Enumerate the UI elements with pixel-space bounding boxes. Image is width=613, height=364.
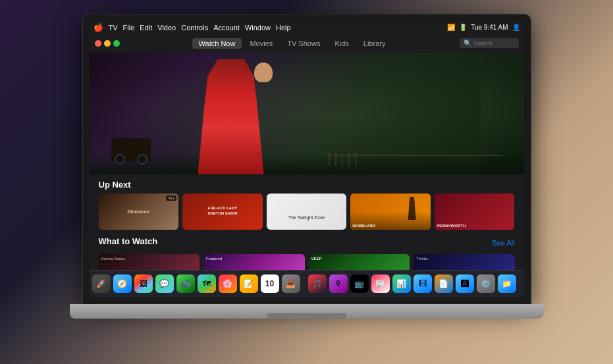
watch-card-3[interactable]: VEEP [309, 254, 410, 270]
menu-edit[interactable]: Edit [140, 24, 152, 32]
tab-watch-now[interactable]: Watch Now [192, 38, 242, 49]
menu-window[interactable]: Window [245, 24, 271, 32]
dock-apple-tv[interactable]: 📺 [350, 274, 369, 293]
screen-bezel: 🍎 TV File Edit Video Controls Account Wi… [83, 14, 531, 304]
what-to-watch-title: What to Watch [99, 236, 158, 246]
show-card-pennyworth[interactable]: PENNYWORTH [435, 194, 515, 230]
tab-library[interactable]: Library [357, 38, 392, 49]
dock-facetime[interactable]: 📹 [176, 274, 195, 293]
show-card-blacklady[interactable]: A BLACK LADYSKETCH SHOW [182, 194, 263, 230]
menu-controls[interactable]: Controls [181, 24, 208, 32]
menu-video[interactable]: Video [157, 24, 176, 32]
hero-figure-head [254, 63, 273, 82]
watch-card-4[interactable]: Thriller [413, 254, 515, 270]
dock-launchpad[interactable]: 🚀 [92, 274, 111, 293]
wifi-icon: 📶 [447, 24, 455, 31]
window-controls [95, 40, 120, 47]
what-to-watch-header: What to Watch See All [99, 236, 515, 250]
watch-row: Drama Series Featured VEEP Thriller [99, 254, 515, 270]
watch-card-2[interactable]: Featured [203, 254, 305, 270]
dock-keynote[interactable]: 🎞 [413, 274, 432, 293]
dock-maps[interactable]: 🗺 [198, 274, 216, 293]
tab-kids[interactable]: Kids [328, 38, 355, 49]
watch-card-1[interactable]: Drama Series [99, 254, 200, 270]
dock-extra[interactable]: 📥 [282, 274, 300, 293]
laptop: 🍎 TV File Edit Video Controls Account Wi… [57, 14, 557, 350]
hero-banner [90, 53, 524, 174]
show-card-dickinson[interactable]: Dickinson TV+ [99, 194, 179, 230]
title-bar: Watch Now Movies TV Shows Kids Library 🔍 [90, 34, 524, 53]
up-next-title: Up Next [99, 180, 515, 190]
search-input[interactable] [474, 40, 520, 47]
menu-file[interactable]: File [123, 24, 135, 32]
show-card-twilight[interactable]: The Twilight Zone [267, 194, 347, 230]
laptop-screen: 🍎 TV File Edit Video Controls Account Wi… [90, 21, 524, 298]
dock-system-preferences[interactable]: ⚙️ [477, 274, 495, 293]
menu-tv[interactable]: TV [109, 24, 118, 32]
content-area: Up Next Dickinson TV+ [90, 174, 524, 270]
apple-icon[interactable]: 🍎 [93, 23, 103, 32]
up-next-row: Dickinson TV+ A BLACK LADYSKETCH SHOW [99, 194, 515, 230]
tab-movies[interactable]: Movies [243, 38, 279, 49]
dock-safari[interactable]: 🧭 [113, 274, 132, 293]
menu-bar: 🍎 TV File Edit Video Controls Account Wi… [90, 21, 524, 34]
hero-fence [329, 155, 502, 165]
dock-numbers[interactable]: 📊 [392, 274, 411, 293]
laptop-base: MacBook Pro [70, 304, 544, 319]
minimize-button[interactable] [104, 40, 111, 47]
dock-folder[interactable]: 📁 [498, 274, 516, 293]
battery-icon: 🔋 [459, 24, 467, 31]
search-bar[interactable]: 🔍 [460, 38, 519, 48]
tab-tv-shows[interactable]: TV Shows [280, 38, 327, 49]
dock-music[interactable]: 🎵 [308, 274, 327, 293]
blacklady-text: A BLACK LADYSKETCH SHOW [205, 203, 240, 219]
dock-calendar[interactable]: 10 [261, 274, 279, 293]
menu-account[interactable]: Account [213, 24, 240, 32]
time-display: Tue 9:41 AM [471, 24, 508, 31]
dock-pages[interactable]: 📄 [435, 274, 453, 293]
maximize-button[interactable] [113, 40, 120, 47]
nav-tabs: Watch Now Movies TV Shows Kids Library [125, 38, 460, 49]
dock-photo-library[interactable]: 🌸 [219, 274, 237, 293]
macos-screen: 🍎 TV File Edit Video Controls Account Wi… [90, 21, 524, 298]
dock: 😊 🚀 🧭 🖼 💬 📹 🗺 🌸 📝 10 📥 🎵 🎙 [90, 270, 524, 298]
user-icon: 👤 [512, 24, 520, 31]
dock-notes[interactable]: 📝 [240, 274, 258, 293]
dock-news[interactable]: 📰 [371, 274, 390, 293]
menu-bar-right: 📶 🔋 Tue 9:41 AM 👤 [447, 24, 520, 31]
apple-tv-app: Watch Now Movies TV Shows Kids Library 🔍 [90, 34, 524, 298]
see-all-button[interactable]: See All [492, 239, 514, 247]
menu-help[interactable]: Help [276, 24, 291, 32]
hero-carriage [111, 138, 151, 161]
laptop-label: MacBook Pro [283, 323, 331, 330]
show-card-homeland[interactable]: HOMELAND [350, 194, 431, 230]
close-button[interactable] [95, 40, 101, 47]
dock-messages[interactable]: 💬 [155, 274, 174, 293]
dock-photos[interactable]: 🖼 [134, 274, 153, 293]
twilight-text: The Twilight Zone [288, 203, 325, 220]
dock-app-store[interactable]: 🅰 [456, 274, 474, 293]
dock-podcasts[interactable]: 🎙 [329, 274, 348, 293]
menu-bar-left: 🍎 TV File Edit Video Controls Account Wi… [93, 23, 291, 32]
search-icon: 🔍 [464, 39, 471, 47]
